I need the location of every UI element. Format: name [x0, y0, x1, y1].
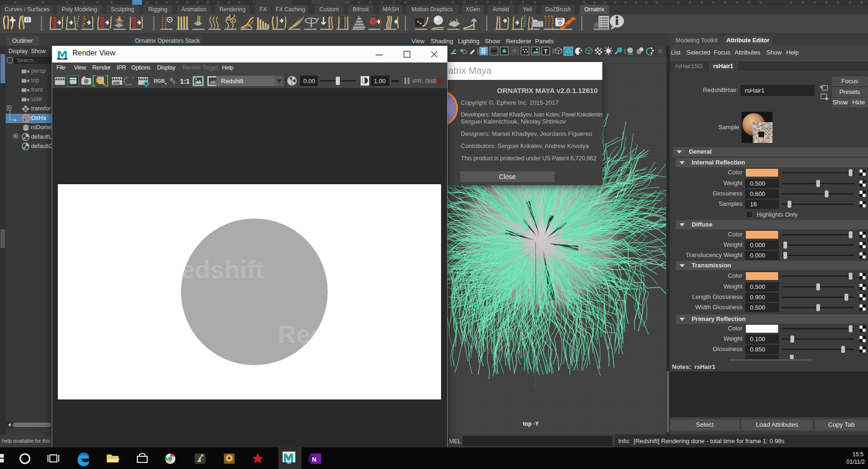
svg-text:MAYA: MAYA	[60, 58, 64, 60]
svg-text:RGB: RGB	[154, 78, 165, 84]
svg-text:1:1: 1:1	[180, 78, 189, 85]
svg-text:S: S	[103, 82, 105, 86]
svg-text:Redshift: Redshift	[162, 255, 264, 283]
svg-text:IPR: IPR	[113, 81, 120, 86]
svg-text:0.00: 0.00	[303, 78, 315, 85]
svg-text:IPR: 0MB: IPR: 0MB	[412, 78, 436, 85]
svg-text:1.00: 1.00	[374, 78, 386, 85]
svg-text:Redshift: Redshift	[278, 320, 379, 348]
svg-text:MAYA: MAYA	[287, 462, 292, 464]
svg-text:IPR: IPR	[126, 83, 133, 87]
svg-text:Redshift: Redshift	[221, 78, 244, 85]
svg-text:T: T	[544, 48, 548, 55]
svg-text:N: N	[312, 456, 316, 463]
